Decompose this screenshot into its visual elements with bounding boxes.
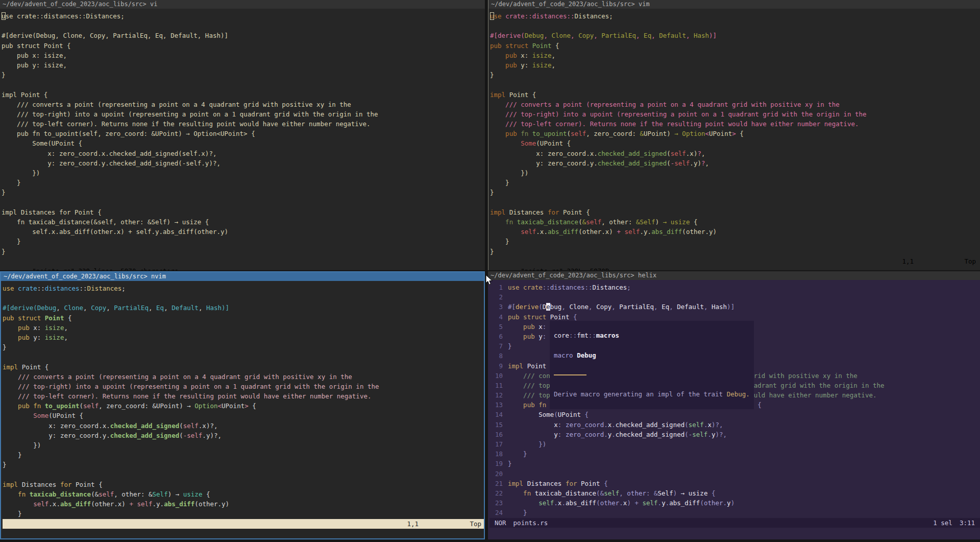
line-number: 3 [489,302,503,312]
line-number: 23 [489,498,503,508]
code-line: self.x.abs_diff(other.x) + self.y.abs_di… [3,499,484,509]
code-line: pub x: isize, [2,51,485,60]
code-line [2,21,485,31]
code-line: /// converts a point (representing a poi… [2,100,485,109]
code-line: 18 } [489,449,980,459]
code-line: pub y: isize, [490,60,980,70]
code-line: impl Point { [490,90,980,100]
code-line: macro Debug [554,350,750,360]
line-number: 14 [489,410,503,419]
line-number: 4 [489,312,503,322]
code-line: Some(UPoint { [2,138,485,148]
code-line: } [2,70,485,80]
vi-editor[interactable]: use crate::distances::Distances; #[deriv… [0,9,485,270]
code-line [554,370,750,380]
code-line: x: zero_coord.x.checked_add_signed(self.… [2,149,485,158]
code-line: pub struct Point { [3,313,484,323]
code-line: #[derive(Debug, Clone, Copy, PartialEq, … [3,303,484,313]
code-line: fn taxicab_distance(&self, other: &Self)… [2,217,485,227]
code-line: /// converts a point (representing a poi… [3,372,484,382]
code-line [490,21,980,31]
code-line: impl Point { [2,90,485,100]
line-number: 19 [489,459,503,468]
code-line: Some(UPoint { [3,411,484,420]
vim-code: use crate::distances::Distances; #[deriv… [490,11,980,256]
line-number: 2 [489,292,503,302]
code-line: impl Distances for Point { [490,207,980,217]
line-number: 12 [489,390,503,400]
code-line: pub struct Point { [490,41,980,51]
nvim-editor[interactable]: use crate::distances::Distances; #[deriv… [1,281,484,538]
code-line: pub y: isize, [2,60,485,70]
code-line: 4pub struct Point { [489,312,980,322]
vim-scroll-position: Top [964,256,976,266]
code-line: } [3,460,484,469]
code-line: impl Distances for Point { [3,480,484,489]
code-line: } [2,178,485,187]
line-number: 6 [489,332,503,341]
code-line: self.x.abs_diff(other.x) + self.y.abs_di… [2,227,485,237]
pane-vim-titlebar[interactable]: ~/dev/advent_of_code_2023/aoc_libs/src> … [488,0,980,9]
code-line [490,198,980,207]
code-line: }) [490,168,980,178]
pane-nvim: ~/dev/advent_of_code_2023/aoc_libs/src> … [0,271,485,539]
code-line: } [490,237,980,246]
code-line: 19} [489,459,980,468]
helix-cmdline [489,528,980,537]
helix-hover-doc-popup: core::fmt::macros macro Debug Derive mac… [550,321,754,409]
pane-vi: ~/dev/advent_of_code_2023/aoc_libs/src> … [0,0,485,270]
line-number: 15 [489,420,503,430]
code-line: 23 self.x.abs_diff(other.x) + self.y.abs… [489,498,980,508]
code-line: pub y: isize, [3,333,484,342]
code-line: } [3,509,484,519]
code-line: self.x.abs_diff(other.x) + self.y.abs_di… [490,227,980,237]
vim-editor[interactable]: use crate::distances::Distances; #[deriv… [488,9,980,270]
vi-code: use crate::distances::Distances; #[deriv… [2,11,485,256]
code-line: /// top-left corner). Returns none if th… [490,119,980,129]
code-line: impl Distances for Point { [2,207,485,217]
code-line: impl Point { [3,362,484,372]
code-line: 15 x: zero_coord.x.checked_add_signed(se… [489,420,980,430]
code-line: pub fn to_upoint(self, zero_coord: &UPoi… [3,401,484,411]
nvim-cmdline [3,529,484,538]
line-number: 16 [489,430,503,439]
code-line [554,340,750,350]
pane-vi-titlebar[interactable]: ~/dev/advent_of_code_2023/aoc_libs/src> … [0,0,485,9]
line-number: 13 [489,400,503,410]
code-line: pub struct Point { [2,41,485,51]
code-line: } [490,187,980,197]
line-number: 7 [489,341,503,351]
code-line: } [2,187,485,197]
line-number: 5 [489,322,503,332]
pane-vim: ~/dev/advent_of_code_2023/aoc_libs/src> … [488,0,980,270]
line-number: 10 [489,371,503,381]
code-line: use crate::distances::Distances; [3,284,484,293]
nvim-code: use crate::distances::Distances; #[deriv… [3,284,484,519]
pane-nvim-titlebar[interactable]: ~/dev/advent_of_code_2023/aoc_libs/src> … [1,272,484,281]
nvim-statusline: points.rs 1,1 Top [3,519,484,529]
code-line [2,80,485,89]
code-line: pub fn to_upoint(self, zero_coord: &UPoi… [2,129,485,138]
code-line: /// converts a point (representing a poi… [490,100,980,109]
code-line: fn taxicab_distance(&self, other: &Self)… [3,489,484,499]
code-line: } [2,247,485,256]
line-number: 8 [489,351,503,361]
code-line [3,293,484,303]
code-line: 1use crate::distances::Distances; [489,282,980,292]
line-number: 22 [489,488,503,498]
code-line [554,380,750,389]
pane-helix-titlebar[interactable]: ~/dev/advent_of_code_2023/aoc_libs/src> … [488,271,980,280]
code-line: /// top-right) into a upoint (representi… [3,382,484,391]
helix-editor[interactable]: 1use crate::distances::Distances;2 3#[de… [488,280,980,539]
line-number: 20 [489,469,503,479]
code-line: 24 } [489,508,980,517]
code-line: /// top-right) into a upoint (representi… [2,109,485,119]
code-line: /// top-left corner). Returns none if th… [2,119,485,129]
vim-statusline: "points.rs" 229L, 5970B 1,1 Top [490,256,980,266]
code-line: 16 y: zero_coord.y.checked_add_signed(-s… [489,430,980,439]
code-line [554,360,750,370]
code-line: use crate::distances::Distances; [490,11,980,21]
code-line: x: zero_coord.x.checked_add_signed(self.… [490,149,980,158]
helix-selection-count: 1 sel [933,518,952,528]
line-number: 18 [489,449,503,459]
